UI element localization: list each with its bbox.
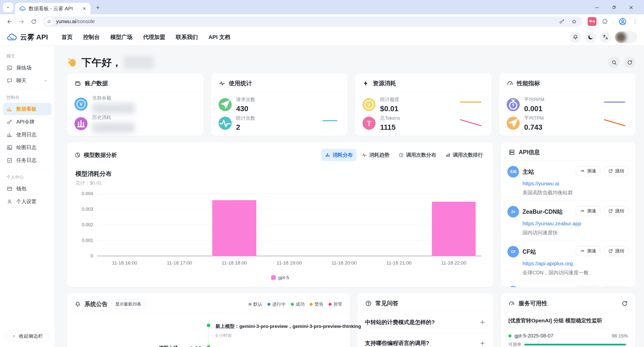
status-legend: 默认进行中成功警告异常 [249,301,342,307]
stat-value: 0.743 [524,123,544,132]
minimize-button[interactable] [594,5,600,10]
bookmark-icon[interactable] [571,19,577,25]
endpoint-badge: 国内 [507,286,519,287]
language-button[interactable]: 文A [600,31,611,43]
faq-item[interactable]: 支持哪些编程语言的调用? [357,333,493,347]
jump-button[interactable]: 跳转 [604,246,629,256]
sidebar-item-label: 钱包 [16,185,26,192]
tab-label: 消耗分布 [333,152,353,158]
nav-item-5[interactable]: 联系我们 [176,33,198,41]
restore-button[interactable] [611,5,617,10]
availability-refresh-icon[interactable] [621,300,628,307]
filter-pill[interactable]: 显示最新20条 [111,299,145,309]
x-tick-label: 11-18 20:00 [317,260,372,266]
chart-title: 模型消耗分布 [75,170,493,178]
external-link-icon [608,249,613,253]
plus-icon[interactable] [479,340,486,346]
nav-item-1[interactable]: 首页 [61,33,72,41]
external-link-icon [608,169,613,173]
brand-logo[interactable]: 云雾 API [7,32,48,42]
moon-icon [587,34,594,40]
nav-item-6[interactable]: API 文档 [208,33,230,41]
y-axis-label: 0.001 [82,238,93,243]
sidebar-item-API令牌[interactable]: API令牌 [3,116,52,128]
sidebar-item-操练场[interactable]: 操练场 [3,62,52,74]
sidebar-item-钱包[interactable]: 钱包 [3,183,52,195]
close-button[interactable] [628,5,634,10]
site-settings-button[interactable] [45,17,53,26]
url-field[interactable]: yunwu.ai/console [43,16,582,27]
search-button[interactable] [608,57,620,68]
jump-button[interactable]: 跳转 [604,206,629,216]
nav-item-4[interactable]: 代理加盟 [143,33,165,41]
y-axis-label: 0 [91,253,93,259]
browser-profile-avatar[interactable] [618,17,627,26]
speed-test-button[interactable]: 测速 [576,166,601,176]
endpoint-url[interactable]: https://yunwu.zeabur.app [522,221,629,227]
y-axis-label: 0.002 [82,222,93,228]
new-tab-button[interactable] [93,2,103,13]
nav-item-2[interactable]: 控制台 [83,33,100,41]
card-title: 资源消耗 [373,79,396,87]
tab-close-icon[interactable] [82,6,87,11]
tab-label: 调用次数排行 [453,152,483,158]
forward-button[interactable] [16,16,27,27]
jump-button[interactable]: 跳转 [604,286,629,287]
stat-label: 平均RPM [524,96,544,103]
progress-track [524,344,628,345]
browser-tab[interactable]: 数据看板 - 云雾 API [15,3,91,14]
sidebar-item-聊天[interactable]: 聊天 [3,74,52,87]
main-nav: 首页控制台模型广场代理加盟联系我们API 文档 [61,33,230,41]
endpoint-url[interactable]: https://api.apiplus.org [522,261,629,267]
bar-11-18 18:00[interactable] [212,200,256,256]
bar-slot [207,194,262,256]
speed-test-button[interactable]: 测速 [576,246,601,256]
legend-dot [291,303,294,306]
sidebar-item-数据看板[interactable]: 数据看板 [3,103,52,115]
app-header: 云雾 API 首页控制台模型广场代理加盟联系我们API 文档 文A [0,29,644,46]
tab-消耗分布[interactable]: 消耗分布 [321,149,356,161]
sidebar-item-label: 任务日志 [16,157,36,164]
refresh-button[interactable] [624,57,635,68]
endpoint-url[interactable]: https://yunwu.ai [522,181,629,187]
browser-menu-icon[interactable] [632,19,638,25]
bar-11-18 22:00[interactable] [432,202,476,256]
rank-icon [445,152,451,158]
bar-slot [262,194,316,256]
speed-test-button[interactable]: 测速 [576,286,601,287]
extensions-icon[interactable] [601,18,608,25]
endpoint-description: 全球CDN，国内访问速度一般 [522,269,629,276]
url-text: yunwu.ai/console [56,19,95,24]
sidebar-item-使用日志[interactable]: 使用日志 [3,128,52,141]
speed-test-button[interactable]: 测速 [576,206,601,216]
sidebar-item-任务日志[interactable]: 任务日志 [3,154,52,166]
x-tick-label: 11-18 19:00 [262,260,316,266]
theme-toggle-button[interactable] [585,31,596,43]
timeline-item-title: 模型上线：grok-4.1 [159,345,202,347]
tab-调用次数排行[interactable]: 调用次数排行 [441,149,487,161]
translate-extension-icon[interactable]: 中A [588,17,596,26]
legend-label: 警告 [314,301,324,307]
jump-label: 跳转 [615,248,624,254]
back-button[interactable] [4,16,15,27]
tab-search-button[interactable] [3,3,13,12]
tab-调用次数分布[interactable]: 调用次数分布 [395,149,440,161]
back-icon [7,19,13,25]
jump-button[interactable]: 跳转 [604,166,629,176]
bar-chart-plot: 00.0010.0020.0030.004 [97,194,481,256]
user-avatar[interactable] [615,31,637,43]
plus-icon[interactable] [479,319,486,326]
notifications-button[interactable] [570,31,581,43]
reload-button[interactable] [28,16,39,27]
collapse-sidebar-button[interactable]: 收起侧边栏 [6,330,49,342]
tab-消耗趋势[interactable]: 消耗趋势 [358,149,393,161]
nav-item-3[interactable]: 模型广场 [110,33,132,41]
sidebar-item-个人设置[interactable]: 个人设置 [3,195,52,208]
availability-card: 服务可用性 [优质官转OpenAI] 分组 模型稳定性监听 gpt-5-2025… [501,293,635,347]
stat-texts: 历史消耗 [92,114,135,133]
faq-item[interactable]: 中转站的计费模式是怎样的? [357,312,493,333]
password-manager-icon[interactable] [559,19,565,25]
search-icon [611,60,617,65]
sidebar-item-绘图日志[interactable]: 绘图日志 [3,141,52,154]
stat-value: $0.01 [380,105,399,113]
